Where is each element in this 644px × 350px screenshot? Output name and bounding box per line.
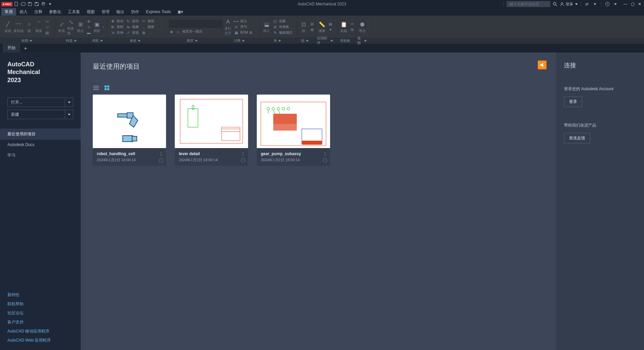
panel-label-block[interactable]: 块: [259, 38, 296, 44]
draw-small-2-icon[interactable]: ⬭: [44, 25, 50, 29]
bom-icon[interactable]: ▦: [234, 30, 239, 35]
util-small-2-icon[interactable]: ✦: [328, 28, 333, 32]
menu-tab-express[interactable]: Express Tools: [143, 8, 174, 15]
trim-icon[interactable]: ✂: [141, 19, 146, 24]
search-input[interactable]: [507, 1, 550, 7]
tool-cline[interactable]: ⤡构造线: [67, 18, 75, 36]
qat-save-icon[interactable]: [27, 1, 33, 7]
menu-tab-collab[interactable]: 协作: [128, 8, 143, 15]
copy-icon[interactable]: ⧉: [110, 25, 115, 29]
tool-base[interactable]: ⬢基点: [359, 21, 366, 33]
new-dropdown-icon[interactable]: [65, 110, 73, 119]
close-icon[interactable]: ✕: [638, 2, 641, 6]
mirror-icon[interactable]: ⇋: [125, 25, 131, 29]
maximize-icon[interactable]: ▢: [631, 2, 635, 6]
menu-tab-manage[interactable]: 管理: [98, 8, 113, 15]
panel-label-construct[interactable]: 构造: [54, 38, 89, 44]
feedback-button[interactable]: 发送反馈: [564, 133, 590, 143]
tool-mode[interactable]: ⊞模式: [77, 21, 84, 33]
tool-arc[interactable]: ⌒圆弧: [35, 21, 42, 33]
panel-label-view[interactable]: 视图: [355, 38, 370, 44]
tool-mtext[interactable]: A多行 文字: [224, 18, 232, 36]
dim-icon[interactable]: ⟷: [234, 19, 239, 24]
sidebar-item-docs[interactable]: Autodesk Docs: [0, 140, 81, 150]
link-mobile[interactable]: AutoCAD 移动应用程序: [7, 328, 73, 334]
panel-label-group[interactable]: 组: [296, 38, 314, 44]
tool-line[interactable]: ╱直线: [4, 21, 11, 33]
help-dropdown-icon[interactable]: [612, 1, 619, 7]
local-small-icon[interactable]: ▫: [103, 25, 104, 29]
card-menu-icon-1[interactable]: ⋮: [159, 151, 163, 157]
list-view-icon[interactable]: [93, 84, 99, 91]
balloon-icon[interactable]: ①: [234, 25, 239, 29]
block-create-icon[interactable]: ◫: [272, 19, 278, 24]
scale-icon[interactable]: ⤢: [125, 30, 131, 35]
menu-tab-view[interactable]: 视图: [83, 8, 98, 15]
login-button[interactable]: 登录: [560, 2, 578, 7]
fillet-icon[interactable]: ◟: [141, 25, 146, 29]
tool-group[interactable]: ⊡组: [300, 21, 307, 33]
move-to-layer[interactable]: 移至另一图层: [182, 29, 202, 34]
panel-label-utility[interactable]: 实用程序: [314, 38, 336, 44]
layer-off-icon[interactable]: ◇: [175, 29, 181, 34]
tool-insert[interactable]: ⬓插入: [263, 21, 270, 33]
tool-polyline[interactable]: 〰多段线: [13, 21, 24, 33]
qat-dropdown-icon[interactable]: [47, 1, 53, 7]
stretch-icon[interactable]: ⇲: [110, 30, 115, 35]
qat-new-icon[interactable]: [14, 1, 19, 7]
menu-tab-parametric[interactable]: 参数化: [46, 8, 65, 15]
tool-measure[interactable]: 📏测量: [318, 21, 326, 33]
tab-start[interactable]: 开始: [3, 43, 20, 53]
draw-small-3-icon[interactable]: ▨: [44, 30, 50, 35]
exchange-icon[interactable]: ⇄: [583, 1, 590, 7]
layer-dropdown[interactable]: [169, 20, 223, 28]
util-small-1-icon[interactable]: ▤: [328, 22, 333, 27]
card-recent-3[interactable]: gear_pump_subassy 2024年1月2日 18:00:14 ⋮ 🖵: [257, 95, 330, 166]
help-icon[interactable]: ?: [604, 1, 611, 7]
panel-label-annotate[interactable]: 注释: [220, 38, 259, 44]
grid-view-icon[interactable]: [104, 84, 110, 91]
sidebar-item-learn[interactable]: 学习: [0, 150, 81, 161]
panel-label-local[interactable]: 局部: [89, 38, 106, 44]
sidebar-item-recent[interactable]: 最近使用的项目: [0, 129, 81, 140]
card-menu-icon-3[interactable]: ⋮: [323, 151, 327, 157]
open-dropdown-icon[interactable]: [65, 98, 73, 107]
link-onlinehelp[interactable]: 联机帮助: [7, 301, 73, 307]
menu-tab-toolset[interactable]: 工具集: [65, 8, 83, 15]
search-icon[interactable]: [552, 1, 558, 7]
link-forum[interactable]: 社区论坛: [7, 310, 73, 316]
link-whatsnew[interactable]: 新特性: [7, 292, 73, 298]
qat-saveas-icon[interactable]: [34, 1, 39, 7]
panel-label-draw[interactable]: 绘图: [0, 38, 54, 44]
announcement-icon[interactable]: [538, 61, 547, 69]
card-menu-icon-2[interactable]: ⋮: [241, 151, 245, 157]
cut-icon[interactable]: ✂: [350, 22, 355, 27]
link-web[interactable]: AutoCAD Web 应用程序: [7, 338, 73, 343]
menu-tab-common[interactable]: 常用: [1, 8, 16, 15]
block-replace-icon[interactable]: ⇄: [272, 25, 278, 29]
menu-tab-output[interactable]: 输出: [113, 8, 128, 15]
link-support[interactable]: 客户支持: [7, 319, 73, 325]
block-attr-icon[interactable]: ✎: [272, 30, 278, 35]
layer-icon[interactable]: ◈: [169, 29, 174, 34]
menu-tab-annotate[interactable]: 注释: [31, 8, 46, 15]
card-recent-2[interactable]: lever detail 2024年1月2日 18:00:14 ⋮ 🖵: [175, 95, 248, 166]
panel-label-modify[interactable]: 修改: [106, 38, 165, 44]
array-icon[interactable]: ⊞: [141, 30, 146, 35]
new-button[interactable]: 新建: [7, 110, 65, 119]
open-button[interactable]: 打开...: [7, 98, 65, 107]
move-icon[interactable]: ✥: [110, 19, 115, 24]
draw-small-1-icon[interactable]: ▭: [44, 19, 50, 24]
tool-paste[interactable]: 📋粘贴: [340, 21, 348, 33]
qat-print-icon[interactable]: [41, 1, 46, 7]
tool-local[interactable]: ▣局部: [93, 21, 100, 33]
group-small-1-icon[interactable]: ⊟: [309, 22, 315, 27]
card-recent-1[interactable]: robot_handling_cell 2024年1月2日 18:00:14 ⋮…: [93, 95, 166, 166]
group-small-2-icon[interactable]: ⊞: [309, 28, 315, 32]
menu-tab-extra-icon[interactable]: ▣▾: [174, 8, 187, 15]
tool-circle[interactable]: ○圆: [26, 21, 33, 33]
copy-clip-icon[interactable]: ⧉: [350, 28, 355, 32]
panel-label-layer[interactable]: 图层: [165, 38, 220, 44]
menu-tab-insert[interactable]: 插入: [16, 8, 31, 15]
tab-add-icon[interactable]: +: [21, 44, 30, 53]
